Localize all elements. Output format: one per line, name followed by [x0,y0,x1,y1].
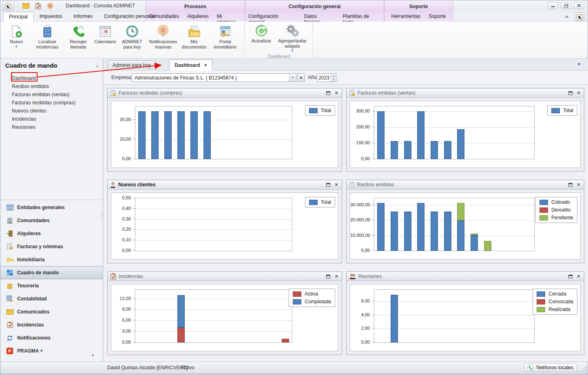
ribbon-button-agregar-quitar-widgets[interactable]: Agregar/quitar widgets▼ [275,22,310,54]
tab-close-icon[interactable]: × [204,62,207,68]
broadcast-icon[interactable] [46,2,55,10]
sidebar-overflow-icon[interactable]: ▾ [92,353,94,357]
ribbon-tab-principal[interactable]: Principal [3,12,34,22]
ribbon-button-label: Nuevo [10,39,23,44]
panel-close-button[interactable]: × [334,274,339,279]
chart-nuevos-clientes: 0,000,100,200,300,400,50Total [111,192,338,260]
panel-title: Nuevos clientes [118,182,323,188]
empresa-combobox[interactable]: Administraciones de Fincas S.L. ( B12345… [132,73,296,82]
bar-slot-6 [457,203,464,251]
collapse-sidebar-icon[interactable]: ‹ [96,63,98,69]
panel-maximize-button[interactable] [325,274,331,279]
panel-close-button[interactable]: × [576,90,581,96]
app-phone-icon[interactable] [2,1,14,11]
anio-down-icon[interactable]: ▼ [331,78,336,82]
collapse-ribbon-icon[interactable] [562,13,571,21]
ribbon-tab-datos-b-sicos[interactable]: Datos básicos [301,12,338,22]
ribbon-button-calendario[interactable]: Calendario [92,22,119,58]
legend-label: Convocada [548,299,573,304]
sidebar-module-incidencias[interactable]: Incidencias [0,318,103,331]
sidebar-item-reuniones[interactable]: Reuniones [0,123,103,131]
sidebar-module-cuadro-de-mando[interactable]: Cuadro de mando [0,266,103,279]
document-tab-dashboard[interactable]: Dashboard× [169,60,212,71]
ribbon-button-localizar-incidencias[interactable]: Localizar incidencias [30,22,65,58]
chart-facturas-recibidas-compras: 0,0010,0020,00Total [111,101,338,168]
clipboard-check-icon[interactable] [33,2,42,10]
panel-close-button[interactable]: × [576,182,581,188]
bar-slot-0 [138,111,146,159]
envelope-icon[interactable] [21,2,30,10]
sidebar-item-nuevos-clientes[interactable]: Nuevos clientes [0,107,103,115]
anio-up-icon[interactable]: ▲ [331,74,336,78]
document-tab-adminet-para-hoy[interactable]: Adminet para hoy [107,60,156,71]
panel-maximize-button[interactable] [568,182,573,188]
sidebar-item-recibos-emitidos[interactable]: Recibos emitidos [0,82,103,90]
panel-maximize-button[interactable] [325,182,331,188]
ribbon-button-portal-inmobiliario[interactable]: Portal inmobiliario [208,22,243,58]
ribbon-tab-comunidades[interactable]: Comunidades [146,12,182,22]
chart-plot-area [135,198,292,251]
sidebar-module-entidades-generales[interactable]: Entidades generales [0,201,103,214]
sidebar-module-inmobiliaria[interactable]: Inmobiliaria [0,253,103,266]
bar-slot-3 [177,295,185,342]
ribbon-button-actualizar[interactable]: Actualizar [248,22,275,54]
ribbon-tab-herramientas[interactable]: Herramientas [388,12,424,22]
panel-maximize-button[interactable] [568,90,573,96]
ribbon-tab-alquileres[interactable]: Alquileres [184,12,212,22]
sidebar-module-comunicados[interactable]: Comunicados [0,305,103,318]
sidebar-module-pragma-[interactable]: PPRAGMA + [0,344,103,357]
empresa-dropdown-icon[interactable]: ▼ [289,74,296,82]
restore-button[interactable] [561,2,571,9]
panel-close-button[interactable]: × [334,90,339,96]
ribbon-tab-impuestos[interactable]: Impuestos [34,12,68,22]
telefonos-locales-button[interactable]: Teléfonos locales [524,363,577,372]
panel-close-button[interactable]: × [576,274,581,279]
ribbon-tab-plantillas-de-texto[interactable]: Plantillas de texto [340,12,384,22]
sidebar-module-notificaciones[interactable]: Notificaciones [0,331,103,344]
clock-icon [126,24,139,39]
panel-maximize-button[interactable] [325,90,331,96]
anio-spinner[interactable]: 2023 ▲▼ [317,73,336,82]
app-phone-icon[interactable] [575,12,585,21]
sidebar-item-facturas-recibidas-compras-[interactable]: Facturas recibidas (compras) [0,99,103,107]
ribbon-button-nuevo[interactable]: Nuevo▼ [3,22,30,58]
empresa-clear-button[interactable]: × [298,73,305,82]
panel-header: Nuevos clientes× [108,180,342,190]
sidebar-module-tesorer-a[interactable]: Tesorería [0,279,103,292]
tab-list-dropdown-icon[interactable]: ▼ [577,62,581,66]
legend-swatch [537,291,545,297]
ribbon-button-mis-documentos[interactable]: Mis documentos [181,22,208,58]
resize-grip[interactable] [581,367,586,372]
legend-swatch [293,291,301,297]
sidebar-item-incidencias[interactable]: Incidencias [0,115,103,123]
ribbon-button-recoger-llamada[interactable]: Recoger llamada [65,22,92,58]
ribbon-button-adminet-para-hoy[interactable]: ADMINET para hoy [119,22,146,58]
ribbon-tab-soporte[interactable]: Soporte [426,12,449,22]
sidebar-module-contabilidad[interactable]: Contabilidad [0,292,103,305]
y-axis-tick-mark [133,119,135,120]
window-buttons [548,2,584,9]
sidebar-module-facturas-y-n-minas[interactable]: Facturas y nóminas [0,240,103,253]
close-button[interactable] [574,2,584,9]
sidebar-splitter[interactable] [0,200,103,201]
sidebar-item-dashboard[interactable]: Dashboard [0,74,103,82]
minimize-button[interactable] [548,2,558,9]
gridline [374,315,534,315]
y-axis-tick-mark [133,240,135,240]
ribbon-button-notificaciones-masivas[interactable]: Notificaciones masivas [146,22,181,58]
chart-recibos-emitidos: 0,0010.000,0020.000,0030.000,00CobradoDe… [350,192,581,260]
panel-maximize-button[interactable] [568,274,573,279]
ribbon-tab-mi-empresa[interactable]: Mi empresa [214,12,245,22]
sidebar-item-facturas-emitidas-ventas-[interactable]: Facturas emitidas (ventas) [0,90,103,99]
sidebar-module-comunidades[interactable]: Comunidades [0,214,103,227]
legend-label: Activa [305,291,318,297]
module-label: Comunicados [17,309,49,315]
gridline [374,205,534,205]
panel-header: Facturas emitidas (ventas)× [347,88,584,98]
app-window: Dashboard - Consola ADMINET Procesos Con… [0,0,588,375]
ribbon-tab-configuraci-n-general[interactable]: Configuración general [245,12,299,22]
ribbon-tab-informes[interactable]: Informes [68,12,98,22]
panel-close-button[interactable]: × [334,182,339,188]
y-axis-tick-mark [372,315,374,315]
sidebar-module-alquileres[interactable]: Alquileres [0,227,103,240]
